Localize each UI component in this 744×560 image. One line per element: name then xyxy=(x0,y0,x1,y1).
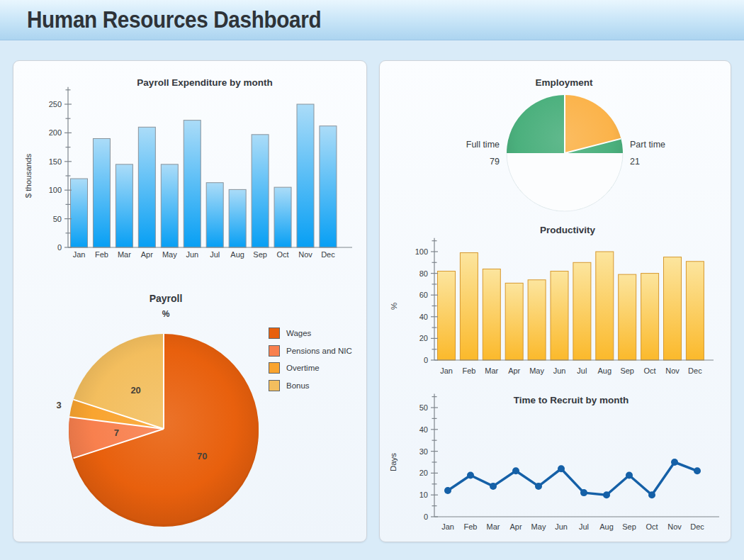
payroll-expenditure-plot: 050100150200250JanFebMarAprMayJunJulAugS… xyxy=(13,68,368,284)
y-tick-label: 100 xyxy=(415,247,428,256)
x-tick-label: Jun xyxy=(186,250,198,259)
x-tick-label: Oct xyxy=(646,522,658,531)
legend-swatch xyxy=(269,362,280,374)
y-tick-label: 250 xyxy=(49,100,62,108)
y-tick-label: 0 xyxy=(424,356,428,364)
y-tick-label: 100 xyxy=(49,186,62,194)
dashboard-header: Human Resources Dashboard xyxy=(0,0,744,40)
legend-item: Overtime xyxy=(269,362,352,374)
x-tick-label: Aug xyxy=(230,250,244,259)
time-to-recruit-plot: 01020304050JanFebMarAprMayJunJulAugSepOc… xyxy=(380,387,732,542)
legend-item: Wages xyxy=(269,327,352,339)
x-tick-label: Jan xyxy=(441,522,454,531)
slice-name-label: Part time xyxy=(630,140,665,150)
bar-aug xyxy=(229,189,246,247)
bar-jul xyxy=(573,262,591,360)
legend-label: Overtime xyxy=(286,364,320,372)
payroll-expenditure-svg: 050100150200250JanFebMarAprMayJunJulAugS… xyxy=(13,68,368,284)
y-axis-title: % xyxy=(390,303,398,310)
bar-feb xyxy=(93,138,110,247)
chart-title: Payroll xyxy=(13,293,318,304)
slice-value-label: 7 xyxy=(114,427,119,438)
bar-sep xyxy=(619,274,636,360)
x-tick-label: Dec xyxy=(688,366,702,375)
point-apr xyxy=(512,467,519,474)
time-to-recruit-chart: Time to Recruit by month 01020304050JanF… xyxy=(380,387,732,542)
y-tick-label: 20 xyxy=(419,334,428,342)
bar-dec xyxy=(320,126,337,247)
x-tick-label: Sep xyxy=(620,366,634,375)
point-aug xyxy=(603,491,610,498)
x-tick-label: Jul xyxy=(579,522,589,531)
y-tick-label: 60 xyxy=(419,291,428,299)
x-tick-label: Mar xyxy=(118,250,131,259)
x-tick-label: Jan xyxy=(440,366,453,375)
slice-value-label: 79 xyxy=(490,157,500,167)
x-tick-label: Dec xyxy=(690,522,704,531)
bar-aug xyxy=(596,252,614,360)
x-tick-label: Oct xyxy=(276,250,288,259)
x-tick-label: Jun xyxy=(553,366,566,375)
slice-value-label: 21 xyxy=(630,157,640,167)
slice-value-label: 70 xyxy=(197,451,207,461)
y-axis-title: Days xyxy=(389,453,398,471)
line-series xyxy=(448,462,697,495)
y-tick-label: 30 xyxy=(419,447,428,456)
x-tick-label: Sep xyxy=(253,250,267,259)
bar-apr xyxy=(505,283,523,360)
point-jun xyxy=(558,465,565,472)
legend-swatch xyxy=(269,327,280,339)
x-tick-label: Feb xyxy=(462,366,475,375)
y-tick-label: 150 xyxy=(49,157,62,166)
slice-value-label: 3 xyxy=(57,400,62,410)
left-panel: Payroll Expenditure by month 05010015020… xyxy=(13,60,367,542)
point-mar xyxy=(490,483,497,490)
bar-jun xyxy=(551,271,568,360)
bar-nov xyxy=(297,104,314,247)
bar-dec xyxy=(686,262,704,360)
legend-swatch xyxy=(269,380,280,391)
point-oct xyxy=(648,491,655,498)
chart-title: Productivity xyxy=(422,225,713,235)
productivity-chart: Productivity 020406080100JanFebMarAprMay… xyxy=(380,220,732,385)
x-tick-label: Sep xyxy=(622,522,636,531)
x-tick-label: Feb xyxy=(95,250,108,259)
x-tick-label: Apr xyxy=(508,366,520,375)
y-tick-label: 20 xyxy=(419,469,428,477)
page-title-text: Human Resources Dashboard xyxy=(27,6,321,33)
payroll-breakdown-chart: Payroll % 707320 WagesPensions and NICOv… xyxy=(13,288,368,543)
employment-plot: Part time21Full time79 xyxy=(380,72,732,219)
chart-title: Payroll Expenditure by month xyxy=(56,77,354,88)
time-to-recruit-svg: 01020304050JanFebMarAprMayJunJulAugSepOc… xyxy=(380,387,732,542)
x-tick-label: Aug xyxy=(599,522,614,531)
bar-feb xyxy=(460,253,478,360)
payroll-breakdown-svg: 707320 xyxy=(13,288,368,543)
bar-nov xyxy=(664,257,682,360)
bar-mar xyxy=(483,269,500,360)
legend-label: Pensions and NIC xyxy=(286,347,352,355)
payroll-expenditure-chart: Payroll Expenditure by month 05010015020… xyxy=(13,68,368,284)
bar-jun xyxy=(184,121,201,247)
productivity-plot: 020406080100JanFebMarAprMayJunJulAugSepO… xyxy=(380,220,732,385)
bar-may xyxy=(161,164,178,247)
x-tick-label: Jul xyxy=(577,366,587,375)
chart-title: Employment xyxy=(408,77,720,88)
y-tick-label: 10 xyxy=(419,491,428,499)
x-tick-label: Nov xyxy=(665,366,680,375)
payroll-breakdown-plot: 707320 xyxy=(13,288,368,543)
chart-title: Time to Recruit by month xyxy=(422,395,720,405)
x-tick-label: Oct xyxy=(644,366,656,375)
point-feb xyxy=(467,471,474,478)
x-tick-label: Mar xyxy=(485,366,498,375)
legend-swatch xyxy=(269,345,280,357)
x-tick-label: Aug xyxy=(598,366,612,375)
x-tick-label: May xyxy=(529,366,544,375)
legend-item: Pensions and NIC xyxy=(269,345,352,357)
x-tick-label: May xyxy=(531,522,546,531)
x-tick-label: Mar xyxy=(487,522,500,531)
chart-subtitle: % xyxy=(13,309,318,319)
half-pie-mask xyxy=(507,153,623,211)
slice-name-label: Full time xyxy=(466,140,500,150)
bar-oct xyxy=(274,187,291,247)
point-dec xyxy=(694,467,701,474)
